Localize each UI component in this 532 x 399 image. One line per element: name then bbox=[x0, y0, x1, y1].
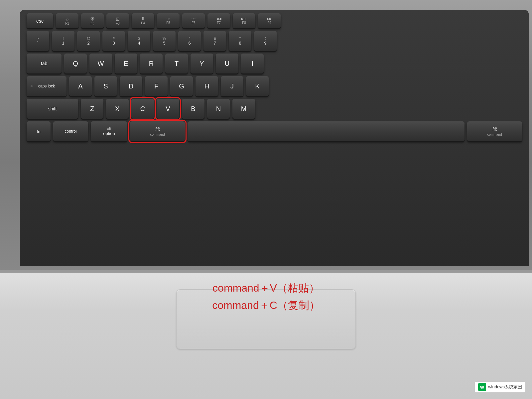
key-c[interactable]: C bbox=[131, 99, 154, 119]
bottom-row: fn control alt option ⌘ command ⌘ comman… bbox=[27, 121, 522, 141]
key-2-top: @ bbox=[86, 36, 90, 41]
key-5[interactable]: % 5 bbox=[153, 31, 176, 51]
key-v[interactable]: V bbox=[157, 99, 179, 119]
key-z-label: Z bbox=[90, 105, 94, 113]
key-b[interactable]: B bbox=[182, 99, 204, 119]
key-a[interactable]: A bbox=[69, 76, 92, 96]
key-i[interactable]: I bbox=[241, 54, 264, 73]
key-j[interactable]: J bbox=[221, 76, 243, 96]
key-fn[interactable]: fn bbox=[27, 121, 51, 141]
key-n[interactable]: N bbox=[207, 99, 230, 119]
key-x[interactable]: X bbox=[106, 99, 129, 119]
key-f4[interactable]: ⠿ F4 bbox=[132, 13, 154, 28]
key-4[interactable]: $ 4 bbox=[128, 31, 150, 51]
key-esc[interactable]: esc bbox=[27, 13, 53, 28]
key-1[interactable]: ! 1 bbox=[52, 31, 74, 51]
key-shift-left[interactable]: shift bbox=[27, 99, 78, 119]
key-option[interactable]: alt option bbox=[91, 121, 127, 141]
key-k[interactable]: K bbox=[246, 76, 269, 96]
key-x-label: X bbox=[115, 105, 119, 113]
key-m[interactable]: M bbox=[232, 99, 255, 119]
key-f5-label: F5 bbox=[166, 21, 170, 25]
key-7-bottom: 7 bbox=[213, 41, 216, 46]
key-f2-label: F2 bbox=[90, 22, 94, 26]
key-5-top: % bbox=[163, 36, 166, 41]
number-row: ~ ` ! 1 @ 2 # 3 $ 4 % 5 ^ 6 & 7 bbox=[27, 31, 522, 51]
key-command-icon: ⌘ bbox=[155, 126, 160, 133]
key-r[interactable]: R bbox=[140, 54, 163, 73]
key-u-label: U bbox=[225, 60, 229, 67]
key-3-top: # bbox=[113, 36, 115, 41]
key-7[interactable]: & 7 bbox=[203, 31, 226, 51]
key-h-label: H bbox=[204, 82, 209, 90]
key-command-left[interactable]: ⌘ command bbox=[130, 121, 185, 141]
key-y[interactable]: Y bbox=[191, 54, 213, 73]
key-f9[interactable]: ▶▶ F9 bbox=[258, 13, 281, 28]
key-f6-icon: ·☼· bbox=[191, 17, 196, 21]
watermark-icon: W bbox=[478, 383, 486, 391]
key-9[interactable]: ( 9 bbox=[254, 31, 277, 51]
key-command-right-icon: ⌘ bbox=[492, 126, 497, 133]
key-3[interactable]: # 3 bbox=[102, 31, 125, 51]
key-f7-icon: ◀◀ bbox=[216, 17, 221, 21]
key-f3[interactable]: ⊡ F3 bbox=[106, 13, 129, 28]
key-6[interactable]: ^ 6 bbox=[178, 31, 201, 51]
key-f1-label: F1 bbox=[65, 22, 69, 25]
key-w-label: W bbox=[98, 60, 104, 67]
key-t-label: T bbox=[175, 60, 179, 67]
key-f[interactable]: F bbox=[145, 76, 168, 96]
key-g[interactable]: G bbox=[170, 76, 193, 96]
key-control[interactable]: control bbox=[53, 121, 88, 141]
key-tilde-top: ~ bbox=[37, 36, 39, 41]
key-q-label: Q bbox=[73, 60, 78, 67]
key-esc-label: esc bbox=[36, 18, 44, 24]
key-n-label: N bbox=[216, 105, 221, 113]
key-f6-label: F6 bbox=[192, 21, 196, 25]
key-caps-label: caps lock bbox=[38, 84, 55, 88]
key-b-label: B bbox=[191, 105, 195, 113]
annotation-line1: command＋V（粘贴） bbox=[0, 281, 532, 296]
key-f7[interactable]: ◀◀ F7 bbox=[207, 13, 230, 28]
key-6-bottom: 6 bbox=[188, 41, 191, 46]
key-tab[interactable]: tab bbox=[27, 54, 62, 73]
key-q[interactable]: Q bbox=[64, 54, 87, 73]
key-h[interactable]: H bbox=[196, 76, 218, 96]
key-f2[interactable]: ☀ F2 bbox=[81, 13, 104, 28]
key-f5-icon: ·☼ bbox=[166, 17, 170, 21]
watermark: W windows系统家园 bbox=[475, 382, 525, 392]
key-f5[interactable]: ·☼ F5 bbox=[157, 13, 180, 28]
key-1-bottom: 1 bbox=[62, 41, 64, 46]
key-spacebar[interactable] bbox=[188, 121, 465, 141]
key-tilde[interactable]: ~ ` bbox=[27, 31, 49, 51]
key-8[interactable]: * 8 bbox=[229, 31, 251, 51]
key-f3-icon: ⊡ bbox=[116, 16, 120, 22]
key-caps-lock[interactable]: caps lock bbox=[27, 76, 66, 96]
key-t[interactable]: T bbox=[165, 54, 188, 73]
key-f8-label: F8 bbox=[242, 21, 246, 25]
key-k-label: K bbox=[255, 82, 259, 90]
key-f9-label: F9 bbox=[267, 21, 271, 25]
key-control-label: control bbox=[65, 129, 76, 134]
fkey-row: esc ☼ F1 ☀ F2 ⊡ F3 ⠿ F4 ·☼ F5 ·☼· F6 ◀◀ … bbox=[27, 13, 522, 28]
key-f1[interactable]: ☼ F1 bbox=[56, 13, 78, 28]
key-z[interactable]: Z bbox=[81, 99, 103, 119]
key-d[interactable]: D bbox=[120, 76, 142, 96]
key-f8[interactable]: ▶⏸ F8 bbox=[233, 13, 255, 28]
key-w[interactable]: W bbox=[89, 54, 112, 73]
key-f4-icon: ⠿ bbox=[142, 17, 145, 21]
keyboard-keys-area: esc ☼ F1 ☀ F2 ⊡ F3 ⠿ F4 ·☼ F5 ·☼· F6 ◀◀ … bbox=[27, 13, 522, 144]
key-2[interactable]: @ 2 bbox=[77, 31, 100, 51]
key-e-label: E bbox=[124, 60, 128, 67]
key-f1-icon: ☼ bbox=[65, 16, 69, 22]
key-command-right[interactable]: ⌘ command bbox=[467, 121, 522, 141]
key-u[interactable]: U bbox=[216, 54, 238, 73]
key-e[interactable]: E bbox=[115, 54, 137, 73]
key-j-label: J bbox=[230, 82, 234, 90]
key-f4-label: F4 bbox=[141, 21, 145, 25]
key-f6[interactable]: ·☼· F6 bbox=[182, 13, 205, 28]
key-4-top: $ bbox=[138, 36, 140, 41]
key-tilde-bottom: ` bbox=[37, 41, 39, 46]
key-s[interactable]: S bbox=[94, 76, 117, 96]
key-f-label: F bbox=[154, 82, 158, 90]
key-a-label: A bbox=[78, 82, 82, 90]
